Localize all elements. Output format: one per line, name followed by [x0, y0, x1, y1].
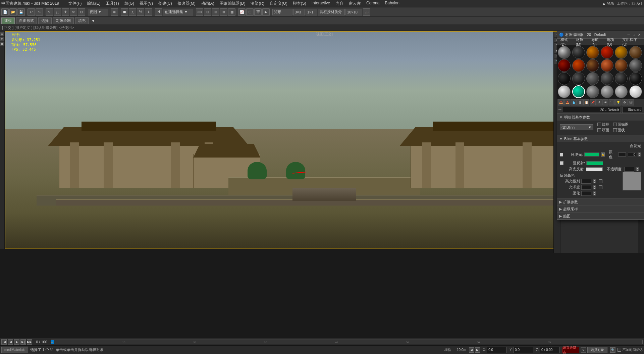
mat-sphere-1[interactable]	[558, 46, 571, 59]
mat-sphere-9[interactable]	[586, 59, 599, 72]
menu-create[interactable]: 创建(C)	[156, 0, 175, 7]
cb-gloss[interactable]	[599, 185, 602, 189]
tb-move[interactable]: ✛	[62, 8, 69, 16]
soften-down[interactable]: ▼	[593, 193, 596, 195]
mat-sphere-2[interactable]	[572, 46, 585, 59]
tb-mirror[interactable]: ⟺	[196, 8, 203, 16]
nav-next[interactable]: ▶	[475, 347, 480, 353]
specular-swatch[interactable]	[586, 167, 603, 171]
gloss-down[interactable]: ▼	[593, 187, 596, 189]
mat-name-input[interactable]	[563, 107, 621, 113]
mat-sphere-11[interactable]	[615, 59, 628, 72]
tb-save[interactable]: 💾	[17, 8, 25, 16]
mat-type-input[interactable]	[622, 107, 642, 113]
mat-tb-options[interactable]: ⚙	[622, 99, 628, 105]
self-illum-swatch[interactable]	[618, 152, 626, 157]
close-btn[interactable]: ✕	[634, 0, 644, 7]
mat-menu-mode[interactable]: 模式(D)	[558, 37, 574, 47]
set-keypoint-btn[interactable]: 设置关键点	[562, 347, 579, 353]
menu-tools[interactable]: 工具(T)	[103, 0, 121, 7]
lp-item-3[interactable]: ☰	[0, 42, 4, 46]
tb-render-setup[interactable]: 🎬	[254, 8, 262, 16]
timeline-btn-next[interactable]: ▶|	[20, 339, 26, 345]
mat-sphere-23[interactable]	[615, 85, 628, 98]
tb-new[interactable]: 📄	[1, 8, 9, 16]
diffuse-swatch[interactable]	[586, 161, 603, 165]
tb-dim1[interactable]: 3×3	[293, 9, 305, 15]
tb-shape[interactable]: 矩形	[272, 9, 292, 15]
mat-tb-copy[interactable]: 📋	[583, 99, 589, 105]
mat-sphere-19[interactable]	[558, 85, 571, 98]
mat-sphere-7[interactable]	[558, 59, 571, 72]
mat-sphere-17[interactable]	[615, 72, 628, 85]
mat-menu-nav[interactable]: 导航(N)	[589, 37, 605, 47]
mat-sphere-6[interactable]	[629, 46, 642, 59]
menu-render[interactable]: 渲染(R)	[248, 0, 267, 7]
mat-sphere-13[interactable]	[558, 72, 571, 85]
viewport[interactable]: 自行: 多边形: 37,251 顶线: 57,556 FPS: 52,445 视…	[5, 31, 644, 249]
mat-tb-backlight[interactable]: 💡	[615, 99, 621, 105]
timeline-btn-end[interactable]: ▶▶	[27, 339, 32, 345]
mat-minimize-btn[interactable]: ─	[626, 33, 631, 37]
menu-view[interactable]: 视图(V)	[137, 0, 156, 7]
mat-sphere-20[interactable]	[572, 85, 585, 98]
tb-dim2[interactable]: 1×1	[306, 9, 317, 15]
cb-faceted[interactable]	[613, 128, 617, 132]
nav-prev[interactable]: ◀	[469, 347, 474, 353]
menu-script[interactable]: 脚本(S)	[290, 0, 309, 7]
tb-align3[interactable]: ⊠	[220, 8, 227, 16]
menu-babylon[interactable]: Babylon	[382, 0, 402, 7]
cb-ambient[interactable]	[560, 153, 563, 157]
tb-ref-coord[interactable]: 视图 ▼	[88, 9, 108, 15]
mat-sphere-12[interactable]	[629, 59, 642, 72]
tb-percent-snap[interactable]: %	[137, 8, 144, 16]
tb-align[interactable]: ⊟	[204, 8, 211, 16]
tb-select-name[interactable]: H	[155, 8, 162, 16]
mat-sphere-15[interactable]	[586, 72, 599, 85]
self-illum-val[interactable]	[628, 152, 636, 157]
mat-sphere-18[interactable]	[629, 72, 642, 85]
shader-type-dropdown[interactable]: (B)Blinn ▼	[560, 124, 593, 130]
timeline-ruler[interactable]: 0 10 20 30 40 50 60 65	[51, 340, 643, 344]
mat-close-btn[interactable]: ✕	[637, 33, 642, 37]
cb-bottom-1[interactable]	[618, 348, 621, 352]
timeline-btn-start[interactable]: |◀	[1, 339, 7, 345]
mat-tb-show[interactable]: 👁	[602, 99, 608, 105]
tb-camera[interactable]: 🎥	[363, 8, 370, 16]
tb-pivot[interactable]: ⊕	[111, 8, 118, 16]
tb-scale[interactable]: ⊡	[78, 8, 85, 16]
menu-interactive[interactable]: Interactive	[309, 0, 333, 7]
tab-build[interactable]: 建模	[1, 17, 15, 24]
mat-tb-paste[interactable]: 📌	[590, 99, 596, 105]
anim-auto[interactable]: ⊙	[581, 347, 586, 353]
mat-sphere-21[interactable]	[586, 85, 599, 98]
menu-content[interactable]: 内容	[333, 0, 346, 7]
shader-basic-header[interactable]: ▼ 明暗器基本参数	[557, 114, 644, 121]
menu-custom[interactable]: 自定义(U)	[267, 0, 290, 7]
tb-mat-editor[interactable]: ⬡	[246, 8, 254, 16]
supersampling-header[interactable]: ▶ 超级采样	[557, 206, 644, 212]
tb-align4[interactable]: ▦	[228, 8, 235, 16]
lp-item-1[interactable]: ⊞	[0, 32, 4, 36]
self-illum-down[interactable]: ▼	[638, 154, 641, 157]
tb-mat-qual[interactable]: 具栏按材质分	[318, 9, 345, 15]
gloss-input[interactable]: 10	[581, 185, 591, 190]
blinn-basic-header[interactable]: ▼ Blinn 基本参数	[557, 135, 644, 142]
mat-sphere-22[interactable]	[601, 85, 613, 98]
mat-sphere-4[interactable]	[601, 46, 613, 59]
mat-sphere-16[interactable]	[601, 72, 613, 85]
tb-undo[interactable]: ↩	[28, 8, 35, 16]
cb-wireframe[interactable]	[597, 123, 601, 126]
opacity-input[interactable]: 100	[624, 167, 634, 172]
spec-level-input[interactable]: 0	[581, 179, 591, 184]
mat-tb-bg[interactable]: ⬛	[609, 99, 615, 105]
mat-sphere-8[interactable]	[572, 59, 585, 72]
minimize-btn[interactable]: ─	[614, 0, 624, 7]
menu-group[interactable]: 组(G)	[122, 0, 137, 7]
mat-tb-vid[interactable]: 🎞	[628, 99, 634, 105]
opacity-down[interactable]: ▼	[636, 169, 639, 171]
mat-menu-util[interactable]: 实用程序(U)	[620, 37, 642, 47]
mat-menu-material[interactable]: 材质(M)	[574, 37, 590, 47]
tb-open[interactable]: 📂	[9, 8, 17, 16]
soften-input[interactable]: 0.1	[581, 191, 591, 196]
